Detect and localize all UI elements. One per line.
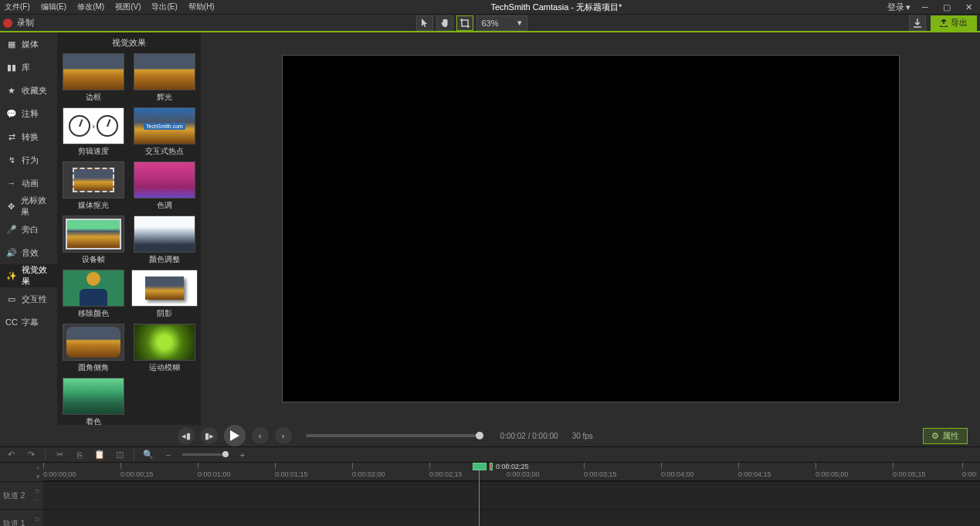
sidebar-item-audio[interactable]: 🔊音效	[0, 241, 57, 264]
paste-button[interactable]: 📋	[93, 449, 106, 461]
collapse-icon[interactable]: ▾	[36, 473, 40, 480]
effect-rounded[interactable]: 圆角侧角	[60, 324, 127, 373]
effect-color-adjust[interactable]: 颜色调整	[131, 215, 198, 265]
sidebar-item-annotation[interactable]: 💬注释	[0, 102, 57, 125]
annotation-icon: 💬	[6, 108, 17, 119]
time-display: 0:00:02 / 0:00:00	[500, 432, 558, 440]
effect-tint[interactable]: 色调	[131, 161, 198, 211]
chevron-down-icon: ▾	[517, 18, 522, 28]
minus-icon[interactable]: −	[162, 449, 175, 461]
animation-icon: →	[6, 178, 17, 188]
maximize-icon[interactable]: ▢	[940, 2, 954, 12]
undo-button[interactable]: ↶	[5, 449, 17, 461]
audio-icon: 🔊	[6, 247, 17, 258]
effects-panel: 视觉效果 边框 辉光 ›剪辑速度 TechSmith.com交互式热点 媒体抠光…	[57, 32, 201, 425]
sidebar-item-transition[interactable]: ⇄转换	[0, 125, 57, 148]
copy-button[interactable]: ⎘	[73, 449, 86, 461]
effect-glow[interactable]: 辉光	[131, 53, 198, 103]
menu-modify[interactable]: 修改(M)	[77, 2, 104, 12]
panel-title: 视觉效果	[57, 32, 201, 53]
favorites-icon: ★	[6, 85, 17, 96]
sidebar-item-cursor[interactable]: ✥光标效果	[0, 195, 57, 218]
gear-icon: ⚙	[931, 431, 939, 441]
hand-tool[interactable]	[436, 15, 453, 31]
record-button[interactable]: 录制	[3, 17, 34, 29]
minimize-icon[interactable]: ─	[918, 2, 932, 12]
close-icon[interactable]: ✕	[961, 2, 975, 12]
interactivity-icon: ▭	[6, 294, 17, 304]
next-frame-button[interactable]: ▮▸	[201, 427, 218, 444]
split-button[interactable]: ◫	[114, 449, 126, 461]
toolbar: 录制 63% ▾ 导出	[0, 14, 980, 32]
crop-tool[interactable]	[456, 15, 473, 31]
zoom-out-icon[interactable]: 🔍	[142, 449, 154, 461]
add-track-icon[interactable]: +	[36, 464, 40, 472]
login-button[interactable]: 登录▾	[887, 2, 910, 13]
preview-canvas[interactable]	[282, 55, 900, 402]
timeline: + ▾ 轨道 2 ⊃··· 轨道 1 ⊃··· 0:00:00;00 0:00:…	[0, 463, 980, 526]
effect-motion-blur[interactable]: 运动模糊	[131, 324, 198, 373]
sidebar-item-narration[interactable]: 🎤旁白	[0, 218, 57, 241]
sidebar: ▦媒体 ▮▮库 ★收藏夹 💬注释 ⇄转换 ↯行为 →动画 ✥光标效果 🎤旁白 🔊…	[0, 32, 57, 425]
menu-edit[interactable]: 编辑(E)	[41, 2, 66, 12]
timeline-tools: ↶ ↷ ✂ ⎘ 📋 ◫ 🔍 − +	[0, 446, 980, 462]
menu-help[interactable]: 帮助(H)	[188, 2, 215, 12]
sidebar-item-media[interactable]: ▦媒体	[0, 32, 57, 56]
playhead[interactable]: 0:00:02;25	[473, 463, 529, 470]
properties-button[interactable]: ⚙ 属性	[923, 428, 968, 444]
sidebar-item-cc[interactable]: CC字幕	[0, 311, 57, 334]
sidebar-item-library[interactable]: ▮▮库	[0, 56, 57, 79]
cc-icon: CC	[6, 317, 17, 327]
play-button[interactable]	[224, 425, 246, 446]
sidebar-item-visual[interactable]: ✨视觉效果	[0, 264, 57, 287]
effect-remove-color[interactable]: 移除颜色	[60, 270, 127, 319]
download-button[interactable]	[909, 15, 926, 31]
behavior-icon: ↯	[6, 154, 17, 165]
sidebar-item-interactivity[interactable]: ▭交互性	[0, 287, 57, 311]
sidebar-item-favorites[interactable]: ★收藏夹	[0, 79, 57, 102]
visual-icon: ✨	[6, 270, 17, 281]
menu-share[interactable]: 导出(E)	[151, 2, 177, 12]
step-back-button[interactable]: ‹	[252, 427, 269, 444]
narration-icon: 🎤	[6, 224, 17, 235]
effect-device-frame[interactable]: 设备帧	[60, 215, 127, 265]
zoom-dropdown[interactable]: 63% ▾	[476, 15, 527, 31]
export-icon	[940, 19, 948, 27]
redo-button[interactable]: ↷	[25, 449, 37, 461]
sidebar-item-behavior[interactable]: ↯行为	[0, 148, 57, 171]
track-header-1[interactable]: 轨道 1 ⊃···	[0, 509, 43, 526]
cut-button[interactable]: ✂	[53, 449, 66, 461]
effect-shadow[interactable]: 阴影	[131, 270, 198, 319]
menu-view[interactable]: 视图(V)	[115, 2, 141, 12]
transition-icon: ⇄	[6, 131, 17, 142]
effect-colorize[interactable]: 着色	[60, 378, 127, 425]
effect-media-matte[interactable]: 媒体抠光	[60, 161, 127, 211]
menu-bar: 文件(F) 编辑(E) 修改(M) 视图(V) 导出(E) 帮助(H) Tech…	[0, 0, 980, 14]
seek-slider[interactable]	[306, 434, 483, 437]
media-icon: ▦	[6, 39, 17, 49]
playback-bar: ◂▮ ▮▸ ‹ › 0:00:02 / 0:00:00 30 fps ⚙ 属性	[0, 425, 980, 446]
export-button[interactable]: 导出	[931, 15, 977, 31]
app-title: TechSmith Camtasia - 无标题项目*	[226, 2, 887, 13]
library-icon: ▮▮	[6, 62, 17, 73]
track-body-1[interactable]	[43, 509, 980, 526]
effect-clip-speed[interactable]: ›剪辑速度	[60, 107, 127, 157]
fps-display: 30 fps	[572, 432, 593, 440]
playhead-line	[479, 463, 480, 526]
cursor-icon: ✥	[6, 201, 16, 212]
track-body-2[interactable]	[43, 481, 980, 509]
track-header-2[interactable]: 轨道 2 ⊃···	[0, 481, 43, 509]
select-tool[interactable]	[416, 15, 433, 31]
record-icon	[3, 19, 12, 28]
timeline-zoom-slider[interactable]	[182, 453, 229, 456]
effect-hotspot[interactable]: TechSmith.com交互式热点	[131, 107, 198, 157]
chevron-down-icon: ▾	[906, 2, 910, 12]
canvas-area	[201, 32, 980, 425]
step-forward-button[interactable]: ›	[275, 427, 292, 444]
effect-border[interactable]: 边框	[60, 53, 127, 103]
sidebar-item-animation[interactable]: →动画	[0, 171, 57, 195]
menu-file[interactable]: 文件(F)	[5, 2, 30, 12]
prev-frame-button[interactable]: ◂▮	[178, 427, 195, 444]
plus-icon[interactable]: +	[236, 449, 249, 461]
